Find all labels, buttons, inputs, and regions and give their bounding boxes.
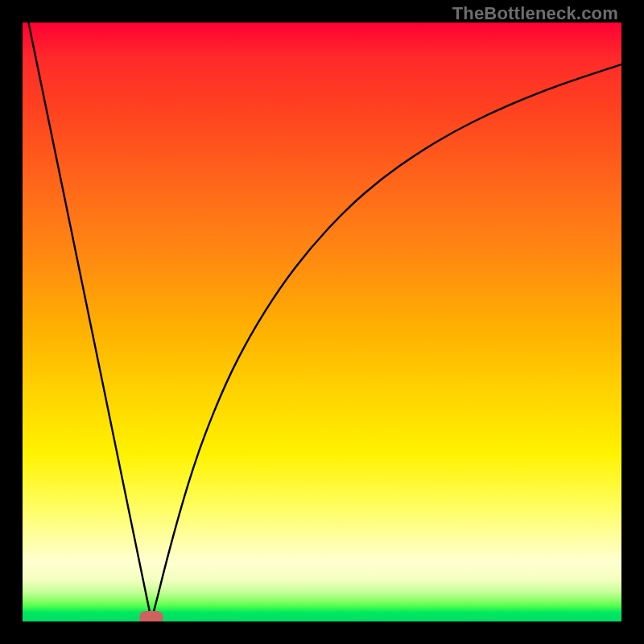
data-curve-layer — [23, 23, 621, 621]
attribution-label: TheBottleneck.com — [452, 3, 618, 24]
min-point-marker — [139, 611, 163, 621]
plot-area — [23, 23, 621, 621]
curve-path — [28, 23, 621, 616]
